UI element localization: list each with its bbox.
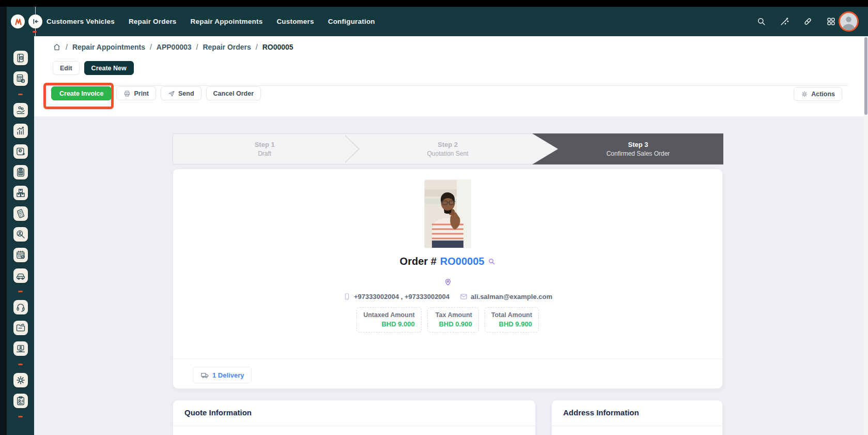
order-status-stepbar: Step 1 Draft Step 2 Quotation Sent Step … xyxy=(173,133,723,164)
app-logo[interactable] xyxy=(11,14,25,28)
customer-photo xyxy=(425,180,471,248)
breadcrumb-separator: / xyxy=(150,43,152,51)
step-3-confirmed-sales-order: Step 3 Confirmed Sales Order xyxy=(532,133,723,164)
contact-row: +97333002004 , +97333002004 ali.salman@e… xyxy=(343,293,552,301)
location-pin-icon[interactable] xyxy=(444,278,452,286)
breadcrumb-current-ro00005: RO00005 xyxy=(262,43,293,51)
email-address[interactable]: ali.salman@example.com xyxy=(460,293,552,301)
pos-terminal-icon[interactable] xyxy=(13,206,28,221)
car-icon[interactable] xyxy=(13,268,28,283)
nav-item-configuration[interactable]: Configuration xyxy=(328,18,375,25)
page-scrollbar xyxy=(864,36,868,435)
apps-grid-icon[interactable] xyxy=(826,17,836,26)
top-black-strip xyxy=(0,0,868,7)
total-amount-box: Total Amount BHD 9.900 xyxy=(485,307,539,333)
nav-item-customers[interactable]: Customers xyxy=(276,18,314,25)
clipboard-user-icon[interactable] xyxy=(13,394,28,408)
step-chevron-icon xyxy=(345,134,360,163)
nav-item-repair-appointments[interactable]: Repair Appointments xyxy=(191,18,263,25)
actions-button[interactable]: Actions xyxy=(794,87,842,101)
address-information-card: Address Information xyxy=(551,400,723,435)
breadcrumb-repair-orders[interactable]: Repair Orders xyxy=(203,43,251,51)
hand-coins-icon[interactable] xyxy=(13,103,28,117)
order-number-link[interactable]: RO00005 xyxy=(440,256,485,267)
create-invoice-button[interactable]: Create Invoice xyxy=(51,86,112,100)
folder-documents-icon[interactable] xyxy=(13,321,28,335)
breadcrumb-app00003[interactable]: APP00003 xyxy=(157,43,192,51)
journal-clock-icon[interactable] xyxy=(13,51,28,65)
calendar-check-icon[interactable] xyxy=(13,248,28,262)
breadcrumb-separator: / xyxy=(66,43,68,51)
card-divider xyxy=(173,426,535,426)
amount-value: BHD 9.900 xyxy=(491,320,532,328)
step-title: Step 2 xyxy=(438,141,458,148)
pill-icon[interactable] xyxy=(803,17,813,26)
user-avatar[interactable] xyxy=(839,11,859,32)
logo-m-icon xyxy=(12,16,24,27)
step-title: Step 3 xyxy=(628,141,648,148)
delivery-button[interactable]: 1 Delivery xyxy=(193,367,252,383)
app-root: Customers Vehicles Repair Orders Repair … xyxy=(0,0,868,435)
tax-amount-box: Tax Amount BHD 0.900 xyxy=(427,307,479,333)
step-subtitle: Quotation Sent xyxy=(427,150,468,157)
send-button[interactable]: Send xyxy=(161,86,202,100)
order-label: Order # xyxy=(400,256,437,267)
nav-item-repair-orders[interactable]: Repair Orders xyxy=(129,18,177,25)
top-navbar: Customers Vehicles Repair Orders Repair … xyxy=(7,7,868,36)
magnifier-icon[interactable] xyxy=(488,258,495,265)
create-new-button[interactable]: Create New xyxy=(84,61,134,75)
clipboard-calculator-icon[interactable] xyxy=(13,165,28,179)
truck-icon xyxy=(200,371,209,380)
settings-gear-icon[interactable] xyxy=(13,373,28,387)
nav-menu: Customers Vehicles Repair Orders Repair … xyxy=(47,7,375,36)
edit-row: Edit Create New xyxy=(53,61,134,75)
untaxed-amount-box: Untaxed Amount BHD 9.000 xyxy=(357,307,422,333)
card-divider xyxy=(552,426,722,426)
amount-label: Untaxed Amount xyxy=(363,311,415,319)
quote-information-title: Quote Information xyxy=(184,408,252,417)
action-buttons-row: Create Invoice Print Send Cancel Order xyxy=(51,86,261,100)
step-title: Step 1 xyxy=(255,141,275,148)
step-2-quotation-sent: Step 2 Quotation Sent xyxy=(356,134,539,164)
card-divider xyxy=(173,358,722,359)
breadcrumb: / Repair Appointments / APP00003 / Repai… xyxy=(53,43,293,51)
edit-button[interactable]: Edit xyxy=(53,61,80,75)
gear-icon xyxy=(801,91,808,98)
print-button[interactable]: Print xyxy=(116,86,156,100)
scrollbar-thumb[interactable] xyxy=(864,37,867,115)
sidebar-separator-dash xyxy=(18,364,23,365)
breadcrumb-repair-appointments[interactable]: Repair Appointments xyxy=(72,43,145,51)
growth-chart-icon[interactable] xyxy=(13,124,28,138)
sidebar-separator-dash xyxy=(18,291,23,292)
phone-icon xyxy=(343,293,351,301)
laptop-user-icon[interactable] xyxy=(13,341,28,356)
step-1-draft: Step 1 Draft xyxy=(173,134,356,164)
amount-value: BHD 9.000 xyxy=(363,320,415,328)
amount-label: Total Amount xyxy=(491,311,532,319)
cancel-order-button[interactable]: Cancel Order xyxy=(206,86,261,100)
sidebar-collapse-button[interactable] xyxy=(28,14,42,28)
page-header: / Repair Appointments / APP00003 / Repai… xyxy=(34,36,864,116)
step-subtitle: Confirmed Sales Order xyxy=(607,150,670,157)
nav-active-indicator-dash xyxy=(33,31,37,33)
magic-wand-icon[interactable] xyxy=(780,17,789,26)
order-summary-card: Order # RO00005 +97333002004 , +97333002… xyxy=(173,169,723,389)
header-divider xyxy=(44,85,848,86)
printer-icon xyxy=(123,90,131,97)
collapse-arrow-icon xyxy=(30,17,40,26)
search-person-icon[interactable] xyxy=(13,227,28,242)
breadcrumb-separator: / xyxy=(256,43,258,51)
sidebar-separator-dash xyxy=(18,94,23,95)
headset-icon[interactable] xyxy=(13,300,28,314)
nav-item-customers-vehicles[interactable]: Customers Vehicles xyxy=(47,18,115,25)
send-icon xyxy=(168,90,175,97)
search-icon[interactable] xyxy=(756,17,766,26)
inventory-boxes-icon[interactable] xyxy=(13,186,28,200)
calculator-icon[interactable] xyxy=(13,71,28,86)
scale-plus-icon[interactable] xyxy=(13,144,28,159)
address-information-title: Address Information xyxy=(563,408,639,417)
amount-label: Tax Amount xyxy=(434,311,472,319)
breadcrumb-separator: / xyxy=(196,43,198,51)
home-icon[interactable] xyxy=(53,43,61,51)
avatar-person-icon xyxy=(840,13,857,30)
